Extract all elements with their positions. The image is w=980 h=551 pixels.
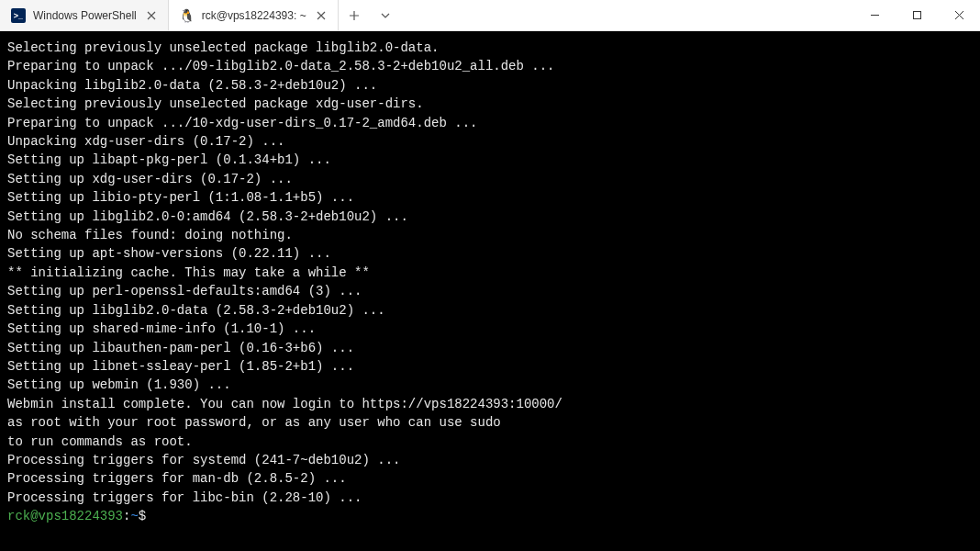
terminal-output-line: Processing triggers for libc-bin (2.28-1… xyxy=(7,489,973,507)
prompt-userhost: rck@vps18224393 xyxy=(7,509,123,523)
terminal-viewport[interactable]: Selecting previously unselected package … xyxy=(0,31,980,551)
terminal-output-line: Preparing to unpack .../09-libglib2.0-da… xyxy=(7,57,973,75)
terminal-output-line: Setting up webmin (1.930) ... xyxy=(7,376,973,394)
new-tab-button[interactable] xyxy=(339,0,370,30)
minimize-button[interactable] xyxy=(853,0,896,30)
terminal-output-line: Setting up libglib2.0-data (2.58.3-2+deb… xyxy=(7,301,973,320)
close-icon[interactable] xyxy=(314,8,329,23)
prompt-path: ~ xyxy=(130,509,138,523)
terminal-output-line: Setting up perl-openssl-defaults:amd64 (… xyxy=(7,282,973,300)
tab-label: rck@vps18224393: ~ xyxy=(202,9,306,22)
terminal-output-line: Selecting previously unselected package … xyxy=(7,95,973,113)
maximize-button[interactable] xyxy=(896,0,938,30)
terminal-output-line: as root with your root password, or as a… xyxy=(7,413,973,432)
tux-icon: 🐧 xyxy=(180,8,195,23)
close-window-button[interactable] xyxy=(938,0,980,30)
terminal-output-line: Setting up libnet-ssleay-perl (1.85-2+b1… xyxy=(7,357,973,376)
terminal-output-line: Setting up libglib2.0-0:amd64 (2.58.3-2+… xyxy=(7,208,973,226)
tab-powershell[interactable]: >_ Windows PowerShell xyxy=(0,0,169,30)
terminal-output-line: Setting up apt-show-versions (0.22.11) .… xyxy=(7,244,973,263)
terminal-output-line: Unpacking libglib2.0-data (2.58.3-2+deb1… xyxy=(7,76,973,95)
prompt-dollar: $ xyxy=(139,509,154,523)
terminal-prompt[interactable]: rck@vps18224393:~$ xyxy=(7,507,973,525)
tab-ssh-session[interactable]: 🐧 rck@vps18224393: ~ xyxy=(169,0,339,30)
tab-dropdown-button[interactable] xyxy=(370,0,401,30)
terminal-output-line: Processing triggers for systemd (241-7~d… xyxy=(7,451,973,469)
terminal-output-line: Unpacking xdg-user-dirs (0.17-2) ... xyxy=(7,132,973,151)
terminal-output-line: Preparing to unpack .../10-xdg-user-dirs… xyxy=(7,114,973,132)
terminal-window: >_ Windows PowerShell 🐧 rck@vps18224393:… xyxy=(0,0,980,551)
terminal-output-line: Processing triggers for man-db (2.8.5-2)… xyxy=(7,469,973,488)
terminal-output-line: Setting up libauthen-pam-perl (0.16-3+b6… xyxy=(7,339,973,357)
svg-rect-0 xyxy=(913,12,920,19)
terminal-output-line: No schema files found: doing nothing. xyxy=(7,226,973,244)
tab-strip: >_ Windows PowerShell 🐧 rck@vps18224393:… xyxy=(0,0,853,30)
terminal-output-line: Setting up xdg-user-dirs (0.17-2) ... xyxy=(7,170,973,188)
powershell-icon: >_ xyxy=(11,8,26,23)
terminal-output-line: Setting up shared-mime-info (1.10-1) ... xyxy=(7,320,973,338)
terminal-output-line: Setting up libapt-pkg-perl (0.1.34+b1) .… xyxy=(7,151,973,169)
window-controls xyxy=(853,0,980,30)
terminal-output-line: Webmin install complete. You can now log… xyxy=(7,395,973,413)
close-icon[interactable] xyxy=(144,8,159,23)
tab-label: Windows PowerShell xyxy=(33,9,137,22)
titlebar: >_ Windows PowerShell 🐧 rck@vps18224393:… xyxy=(0,0,980,31)
terminal-output-line: ** initializing cache. This may take a w… xyxy=(7,264,973,282)
terminal-output-line: Setting up libio-pty-perl (1:1.08-1.1+b5… xyxy=(7,188,973,207)
terminal-output-line: to run commands as root. xyxy=(7,433,973,451)
terminal-output-line: Selecting previously unselected package … xyxy=(7,39,973,57)
